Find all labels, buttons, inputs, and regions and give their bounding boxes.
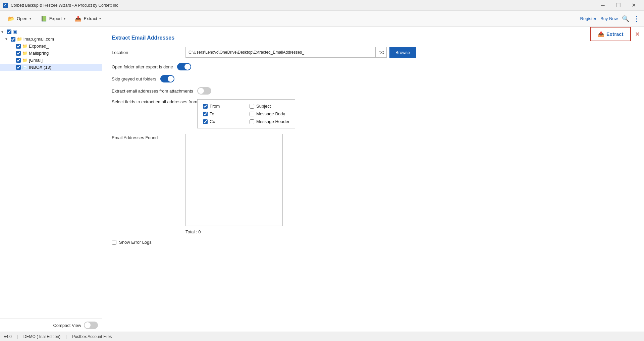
checkbox-message-header[interactable] [250, 119, 254, 124]
sidebar: ▾ ▣ ▾ 📁 imap.gmail.com 📁 Exported_ [0, 27, 102, 332]
restore-button[interactable]: ❒ [610, 0, 626, 11]
root-icon: ▣ [13, 29, 17, 35]
fields-grid: From Subject To Message Body [197, 99, 295, 128]
location-input-wrapper: .txt [185, 47, 387, 58]
checkbox-exported[interactable] [16, 44, 21, 49]
open-folder-row: Open folder after export is done [112, 63, 635, 70]
field-to-label: To [210, 111, 214, 116]
minimize-button[interactable]: ─ [595, 0, 610, 11]
field-subject: Subject [250, 103, 289, 109]
checkbox-to[interactable] [203, 112, 208, 116]
checkbox-subject[interactable] [250, 104, 254, 109]
open-folder-label: Open folder after export is done [112, 64, 173, 69]
section-title: Extract Email Addresses [112, 35, 635, 41]
tree-item-inbox[interactable]: ✉️ INBOX (13) [0, 64, 102, 71]
extract-action-button[interactable]: 📤 Extract [590, 27, 631, 41]
checkbox-imap[interactable] [11, 37, 15, 42]
field-from: From [203, 103, 243, 109]
search-icon[interactable]: 🔍 [622, 15, 629, 22]
more-options-icon[interactable]: ⋮ [633, 15, 640, 23]
error-logs-row: Show Error Logs [112, 240, 635, 245]
sep1: | [17, 334, 18, 339]
extract-toolbar-button[interactable]: 📤 Extract ▾ [71, 13, 105, 24]
extract-attachments-row: Extract email addresses from attachments [112, 87, 635, 95]
browse-button[interactable]: Browse [389, 47, 416, 58]
version-label: v4.0 [4, 334, 12, 339]
total-label: Total : [185, 229, 197, 234]
checkbox-mailspring[interactable] [16, 51, 21, 56]
tree-item-root[interactable]: ▾ ▣ [0, 28, 102, 36]
buy-now-link[interactable]: Buy Now [600, 16, 618, 21]
imap-folder-icon: 📁 [17, 37, 22, 42]
content-area: 📤 Extract ✕ Extract Email Addresses Loca… [102, 27, 644, 332]
field-message-header-label: Message Header [256, 119, 289, 124]
extract-toolbar-label: Extract [84, 16, 97, 21]
extract-attachments-toggle[interactable] [197, 87, 211, 95]
show-error-logs-checkbox[interactable] [112, 240, 116, 245]
exported-label: Exported_ [29, 44, 101, 49]
field-subject-label: Subject [256, 104, 271, 109]
checkbox-inbox[interactable] [16, 65, 21, 70]
app-icon: C [3, 3, 8, 8]
register-link[interactable]: Register [580, 16, 596, 21]
open-button[interactable]: 📂 Open ▾ [4, 13, 35, 24]
skip-greyed-label: Skip greyed out folders [112, 76, 156, 81]
total-row: Total : 0 [185, 229, 635, 234]
expand-icon-imap: ▾ [5, 37, 9, 41]
found-section: Email Addresses Found [112, 134, 635, 226]
location-input[interactable] [186, 50, 375, 55]
export-button[interactable]: 📗 Export ▾ [37, 13, 70, 24]
tree-item-gmail[interactable]: 📁 [Gmail] [0, 57, 102, 64]
export-chevron-icon: ▾ [64, 17, 65, 20]
checkbox-root[interactable] [7, 30, 11, 34]
export-icon: 📗 [41, 15, 47, 22]
open-folder-toggle[interactable] [177, 63, 191, 70]
show-error-logs-label: Show Error Logs [119, 240, 152, 245]
extract-btn-container: 📤 Extract ✕ [590, 27, 644, 41]
imap-label: imap.gmail.com [23, 37, 101, 42]
extract-toolbar-icon: 📤 [75, 15, 82, 22]
expand-icon-root: ▾ [1, 30, 5, 34]
skip-greyed-toggle[interactable] [160, 75, 174, 82]
field-cc-label: Cc [210, 119, 215, 124]
close-button[interactable]: ✕ [626, 0, 641, 11]
tree-item-imap[interactable]: ▾ 📁 imap.gmail.com [0, 36, 102, 43]
tree-item-mailspring[interactable]: 📁 Mailspring [0, 50, 102, 57]
compact-view-toggle[interactable] [84, 322, 98, 329]
gmail-folder-icon: 📁 [22, 58, 28, 63]
close-panel-button[interactable]: ✕ [631, 27, 644, 41]
export-label: Export [49, 16, 62, 21]
mailspring-label: Mailspring [29, 51, 101, 56]
checkbox-gmail[interactable] [16, 58, 21, 63]
exported-folder-icon: 📁 [22, 44, 28, 49]
checkbox-from[interactable] [203, 104, 208, 109]
status-bar: v4.0 | DEMO (Trial Edition) | Postbox Ac… [0, 332, 644, 341]
main-layout: ▾ ▣ ▾ 📁 imap.gmail.com 📁 Exported_ [0, 27, 644, 332]
field-to: To [203, 111, 243, 117]
sidebar-footer: Compact View [0, 319, 102, 332]
found-textarea[interactable] [185, 134, 283, 226]
mailspring-folder-icon: 📁 [22, 51, 28, 56]
open-icon: 📂 [8, 15, 15, 22]
field-cc: Cc [203, 118, 243, 125]
window-controls: ─ ❒ ✕ [595, 0, 641, 11]
compact-view-label: Compact View [53, 323, 81, 328]
toolbar: 📂 Open ▾ 📗 Export ▾ 📤 Extract ▾ Register… [0, 11, 644, 27]
title-bar: C Corbett Backup & Restore Wizard - A Pr… [0, 0, 644, 11]
fields-label: Select fields to extract email addresses… [112, 99, 197, 104]
account-label: Postbox Account Files [72, 334, 112, 339]
checkbox-message-body[interactable] [250, 112, 254, 116]
window-title: Corbett Backup & Restore Wizard - A Prod… [11, 3, 118, 8]
field-message-body: Message Body [250, 111, 289, 117]
extract-action-icon: 📤 [598, 31, 605, 37]
gmail-label: [Gmail] [29, 58, 101, 63]
location-ext: .txt [375, 47, 386, 57]
extract-chevron-icon: ▾ [99, 17, 101, 20]
field-from-label: From [210, 104, 220, 109]
checkbox-cc[interactable] [203, 119, 208, 124]
fields-row: Select fields to extract email addresses… [112, 99, 635, 128]
tree-item-exported[interactable]: 📁 Exported_ [0, 43, 102, 50]
total-value: 0 [198, 229, 201, 234]
extract-attachments-label: Extract email addresses from attachments [112, 89, 193, 94]
location-label: Location [112, 50, 185, 55]
